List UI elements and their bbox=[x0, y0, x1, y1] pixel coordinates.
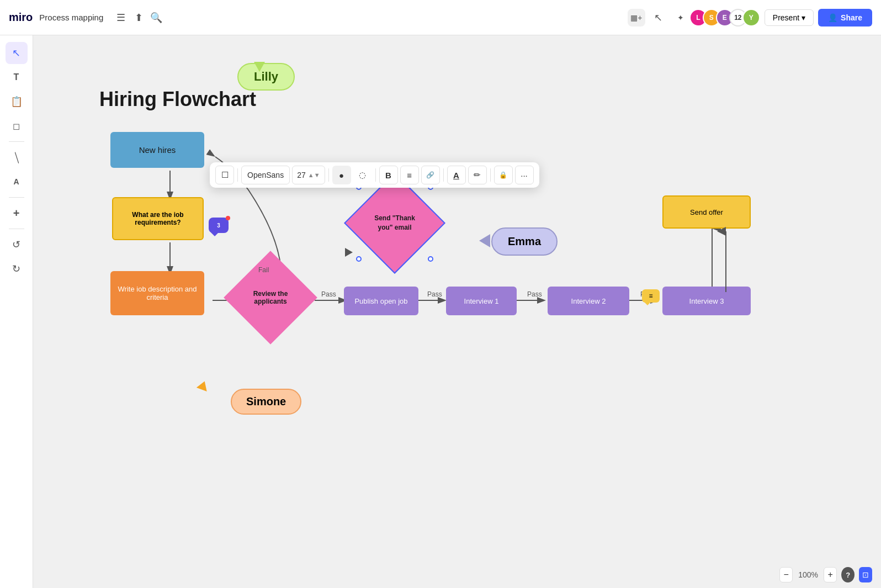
fit-button[interactable]: ⊡ bbox=[859, 567, 872, 582]
fail-label: Fail bbox=[258, 266, 269, 274]
text-tool[interactable]: T bbox=[6, 66, 28, 88]
share-button[interactable]: 👤 Share bbox=[818, 9, 872, 27]
toolbar-separator-1 bbox=[9, 141, 24, 142]
zoom-out-button[interactable]: − bbox=[779, 567, 793, 582]
comment-count: 3 bbox=[217, 223, 220, 229]
topbar: miro Process mapping ☰ ⬆ 🔍 ▦+ ↖ ✦ L S E … bbox=[0, 0, 881, 35]
person-icon: 👤 bbox=[828, 13, 837, 22]
node-thankyou-container[interactable]: Send "Thank you" email bbox=[359, 187, 431, 259]
comment-tail bbox=[211, 232, 219, 236]
bottom-bar: − 100% + ? ⊡ bbox=[771, 561, 881, 588]
hamburger-menu[interactable]: ☰ bbox=[112, 9, 130, 27]
pass-label-1: Pass bbox=[321, 290, 336, 298]
sticky-tool[interactable]: 📋 bbox=[6, 91, 28, 113]
shapes-icon[interactable]: ▦+ bbox=[628, 9, 645, 27]
arrow-to-thankyou bbox=[345, 248, 353, 257]
emma-bubble: Emma bbox=[491, 227, 558, 256]
font-size[interactable]: 27 ▲▼ bbox=[292, 166, 325, 184]
node-review-label: Review the applicants bbox=[237, 264, 304, 331]
comment-notification bbox=[226, 216, 230, 220]
emma-cursor-arrow bbox=[479, 234, 490, 247]
topbar-right: ▦+ ↖ ✦ L S E 12 Y Present ▾ 👤 Share bbox=[628, 9, 872, 27]
pass-label-3: Pass bbox=[527, 290, 542, 298]
square-tool[interactable]: ☐ bbox=[215, 166, 234, 184]
paint-button[interactable]: ✏ bbox=[468, 166, 487, 184]
stamp-tool[interactable]: ◻ bbox=[6, 115, 28, 137]
chart-title: Hiring Flowchart bbox=[99, 88, 256, 111]
font-color-button[interactable]: A bbox=[447, 166, 466, 184]
redo-button[interactable]: ↻ bbox=[6, 258, 28, 280]
align-button[interactable]: ≡ bbox=[400, 166, 419, 184]
link-button[interactable]: 🔗 bbox=[421, 166, 440, 184]
node-write-desc[interactable]: Write iob description and criteria bbox=[110, 271, 204, 315]
react-icon[interactable]: ✦ bbox=[672, 9, 689, 27]
node-requirements[interactable]: What are the iob requirements? bbox=[112, 197, 204, 240]
comment-tail-2 bbox=[644, 302, 651, 305]
sep-1 bbox=[237, 168, 238, 182]
lilly-cursor-arrow bbox=[254, 62, 265, 72]
cursor-icon[interactable]: ↖ bbox=[650, 9, 667, 27]
avatar-group: L S E 12 Y bbox=[694, 9, 760, 27]
left-toolbar: ↖ T 📋 ◻ ╱ A + ↺ ↻ bbox=[0, 35, 33, 588]
toolbar-separator-3 bbox=[9, 229, 24, 229]
comment-badge-2[interactable]: ≡ bbox=[642, 289, 660, 303]
sep-2 bbox=[328, 168, 329, 182]
simone-cursor-arrow bbox=[197, 379, 210, 391]
color-circle-2[interactable]: ◌ bbox=[353, 166, 372, 184]
present-button[interactable]: Present ▾ bbox=[765, 9, 814, 26]
color-circle-1[interactable]: ● bbox=[332, 166, 351, 184]
sep-5 bbox=[490, 168, 491, 182]
node-requirements-container[interactable]: What are the iob requirements? bbox=[112, 197, 204, 241]
zoom-level: 100% bbox=[797, 570, 819, 579]
sep-3 bbox=[375, 168, 376, 182]
float-toolbar: ☐ OpenSans 27 ▲▼ ● ◌ B ≡ 🔗 A ✏ 🔒 ··· bbox=[210, 162, 539, 188]
node-thankyou-label: Send "Thank you" email bbox=[359, 187, 431, 259]
simone-bubble: Simone bbox=[231, 389, 301, 415]
toolbar-separator-2 bbox=[9, 197, 24, 198]
help-button[interactable]: ? bbox=[841, 567, 855, 582]
pass-label-2: Pass bbox=[427, 290, 442, 298]
more-button[interactable]: ··· bbox=[515, 166, 534, 184]
pen-tool[interactable]: ╱ bbox=[1, 142, 32, 173]
canvas[interactable]: Hiring Flowchart Lilly New hires What ar… bbox=[33, 35, 881, 588]
bold-button[interactable]: B bbox=[379, 166, 398, 184]
comment-badge[interactable]: 3 bbox=[209, 218, 229, 233]
marker-tool[interactable]: A bbox=[6, 171, 28, 193]
sep-4 bbox=[443, 168, 444, 182]
project-title: Process mapping bbox=[39, 13, 103, 22]
node-interview1[interactable]: Interview 1 bbox=[446, 287, 517, 315]
node-publish[interactable]: Publish open job bbox=[344, 287, 418, 315]
node-new-hires[interactable]: New hires bbox=[110, 132, 204, 168]
avatar-4: Y bbox=[742, 9, 760, 27]
undo-button[interactable]: ↺ bbox=[6, 234, 28, 256]
lock-button[interactable]: 🔒 bbox=[494, 166, 513, 184]
node-interview2[interactable]: Interview 2 bbox=[548, 287, 629, 315]
zoom-in-button[interactable]: + bbox=[824, 567, 837, 582]
cursor-tool[interactable]: ↖ bbox=[6, 42, 28, 64]
node-review-container[interactable]: Review the applicants bbox=[237, 264, 304, 331]
search-icon[interactable]: 🔍 bbox=[147, 9, 165, 27]
lilly-bubble: Lilly bbox=[237, 63, 295, 91]
miro-logo: miro bbox=[9, 11, 33, 24]
node-send-offer[interactable]: Send offer bbox=[662, 195, 751, 229]
add-tool[interactable]: + bbox=[6, 202, 28, 224]
comment-icon-2: ≡ bbox=[649, 292, 652, 300]
share-icon[interactable]: ⬆ bbox=[130, 9, 147, 27]
node-interview3[interactable]: Interview 3 bbox=[662, 287, 751, 315]
font-selector[interactable]: OpenSans bbox=[241, 166, 290, 184]
